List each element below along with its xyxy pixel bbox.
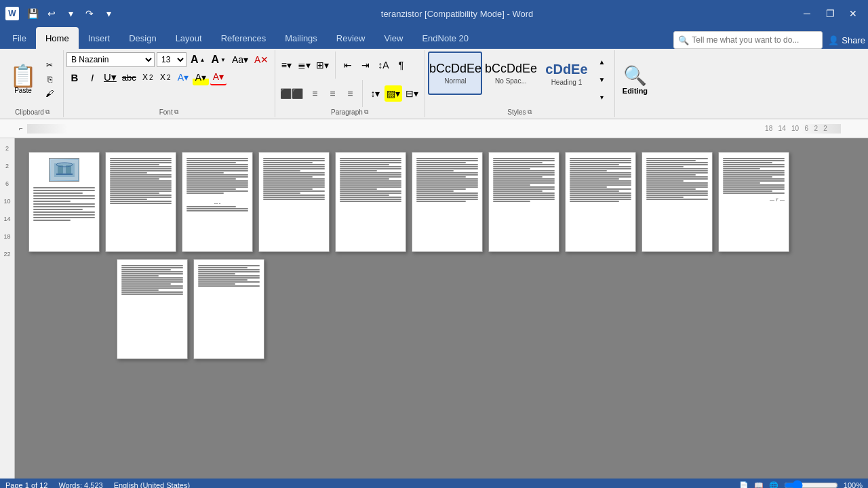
styles-expand-icon[interactable]: ⧉ <box>528 108 532 116</box>
styles-scroll-down[interactable]: ▼ <box>596 73 607 86</box>
web-layout-icon[interactable]: 🌐 <box>769 481 778 489</box>
page-3[interactable]: ـ ـ ـ <box>182 152 253 252</box>
tab-file[interactable]: File <box>3 27 36 49</box>
save-button[interactable]: 💾 <box>24 5 41 22</box>
undo-button[interactable]: ↩ <box>43 5 60 22</box>
style-heading1[interactable]: cDdEe Heading 1 <box>539 52 593 95</box>
line-spacing-button[interactable]: ↕▾ <box>367 85 383 102</box>
change-case-button[interactable]: Aa▾ <box>230 52 250 68</box>
italic-button[interactable]: I <box>84 69 100 85</box>
font-color-button[interactable]: A▾ <box>210 69 226 85</box>
clipboard-expand-icon[interactable]: ⧉ <box>45 108 50 116</box>
styles-more[interactable]: ▾ <box>596 90 607 104</box>
align-center-button[interactable]: ≡ <box>307 85 323 102</box>
close-button[interactable]: ✕ <box>844 4 863 23</box>
style-heading-name: Heading 1 <box>551 79 583 86</box>
restore-button[interactable]: ❐ <box>821 4 840 23</box>
tab-review[interactable]: Review <box>327 27 375 49</box>
copy-button[interactable]: ⎘ <box>42 73 57 86</box>
undo-arrow[interactable]: ▾ <box>62 5 79 22</box>
ruler: ⌐ 18 14 10 6 2 2 <box>0 119 868 138</box>
paragraph-content: ≡▾ ≣▾ ⊞▾ ⇤ ⇥ ↕A ¶ ⬛⬛ ≡ ≡ ≡ ↕▾ ▨▾ ⊟▾ <box>278 52 420 107</box>
tab-stop-icon[interactable]: ⌐ <box>19 125 23 132</box>
subscript-button[interactable]: X2 <box>140 69 156 85</box>
format-painter-button[interactable]: 🖌 <box>42 87 57 100</box>
word-icon: W <box>5 7 19 20</box>
decrease-indent-button[interactable]: ⇤ <box>340 57 356 73</box>
justify-button[interactable]: ≡ <box>342 85 358 102</box>
paste-label: Paste <box>14 87 32 94</box>
show-formatting-button[interactable]: ¶ <box>393 57 409 73</box>
styles-group: bCcDdEe Normal bCcDdEe No Spac... cDdEe … <box>425 50 615 117</box>
cut-button[interactable]: ✂ <box>42 58 57 72</box>
clear-formatting-button[interactable]: A✕ <box>252 52 271 68</box>
share-icon: 👤 <box>828 35 839 45</box>
font-size-select[interactable]: 13 <box>157 52 186 67</box>
superscript-button[interactable]: X2 <box>157 69 174 85</box>
zoom-slider[interactable] <box>784 480 838 488</box>
zoom-level: 100% <box>844 481 863 488</box>
tab-references[interactable]: References <box>212 27 275 49</box>
style-normal[interactable]: bCcDdEe Normal <box>428 52 482 95</box>
increase-indent-button[interactable]: ⇥ <box>357 57 374 73</box>
align-right-button[interactable]: ≡ <box>324 85 340 102</box>
minimize-button[interactable]: ─ <box>797 4 816 23</box>
page-1[interactable] <box>28 152 100 252</box>
shrink-font-button[interactable]: A▼ <box>209 52 227 68</box>
underline-button[interactable]: U▾ <box>102 69 119 85</box>
page-7[interactable] <box>488 152 559 252</box>
page-11[interactable] <box>117 259 188 359</box>
tab-insert[interactable]: Insert <box>79 27 120 49</box>
borders-button[interactable]: ⊟▾ <box>403 85 420 102</box>
styles-content: bCcDdEe Normal bCcDdEe No Spac... cDdEe … <box>428 52 610 107</box>
font-expand-icon[interactable]: ⧉ <box>174 108 178 116</box>
numbering-button[interactable]: ≣▾ <box>296 57 313 73</box>
customize-qat-button[interactable]: ▾ <box>100 5 117 22</box>
horizontal-ruler: ⌐ 18 14 10 6 2 2 <box>19 124 841 134</box>
multilevel-list-button[interactable]: ⊞▾ <box>314 57 331 73</box>
sort-button[interactable]: ↕A <box>375 57 391 73</box>
redo-button[interactable]: ↷ <box>81 5 98 22</box>
text-effect-button[interactable]: A▾ <box>175 69 191 85</box>
ribbon: 📋 Paste ✂ ⎘ 🖌 Clipboard ⧉ B Nazanin 13 <box>0 49 868 119</box>
view-mode-icon[interactable]: 📄 <box>739 481 749 489</box>
editing-button[interactable]: 🔍 Editing <box>623 52 648 107</box>
editing-group: 🔍 Editing Editing <box>615 50 656 117</box>
tab-mailings[interactable]: Mailings <box>275 27 327 49</box>
page-4[interactable] <box>258 152 330 252</box>
page-5[interactable] <box>335 152 406 252</box>
bullets-button[interactable]: ≡▾ <box>278 57 294 73</box>
align-left-button[interactable]: ⬛⬛ <box>278 85 305 102</box>
page-6[interactable] <box>412 152 483 252</box>
styles-scroll-up[interactable]: ▲ <box>596 55 607 68</box>
styles-label-text: Styles <box>507 108 526 116</box>
title-bar-left: W 💾 ↩ ▾ ↷ ▾ <box>5 5 117 22</box>
tab-view[interactable]: View <box>374 27 412 49</box>
bold-button[interactable]: B <box>66 69 83 85</box>
page-10[interactable]: — ٢ — <box>718 152 789 252</box>
tab-design[interactable]: Design <box>119 27 165 49</box>
paste-button[interactable]: 📋 Paste <box>5 52 41 107</box>
paragraph-label-text: Paragraph <box>331 108 363 116</box>
document-area: 2 2 6 10 14 18 22 <box>0 138 868 479</box>
search-input[interactable] <box>692 35 818 45</box>
font-family-select[interactable]: B Nazanin <box>66 52 155 67</box>
page-8[interactable] <box>565 152 636 252</box>
tab-home[interactable]: Home <box>36 27 79 49</box>
page-12[interactable] <box>193 259 264 359</box>
strikethrough-button[interactable]: abc <box>120 69 138 85</box>
style-no-spacing[interactable]: bCcDdEe No Spac... <box>484 52 538 95</box>
highlight-button[interactable]: A▾ <box>193 69 209 85</box>
page-9[interactable] <box>642 152 713 252</box>
tab-layout[interactable]: Layout <box>166 27 212 49</box>
tell-me-search[interactable]: 🔍 <box>673 31 823 49</box>
read-mode-icon[interactable]: 📖 <box>754 481 764 489</box>
tab-endnote[interactable]: EndNote 20 <box>412 27 478 49</box>
ribbon-tabs: File Home Insert Design Layout Reference… <box>0 27 868 49</box>
share-button[interactable]: 👤 Share <box>828 35 865 45</box>
grow-font-button[interactable]: A▲ <box>189 52 207 68</box>
shading-button[interactable]: ▨▾ <box>384 85 402 102</box>
page-2[interactable] <box>105 152 176 252</box>
share-label: Share <box>842 35 865 45</box>
paragraph-expand-icon[interactable]: ⧉ <box>364 108 368 116</box>
